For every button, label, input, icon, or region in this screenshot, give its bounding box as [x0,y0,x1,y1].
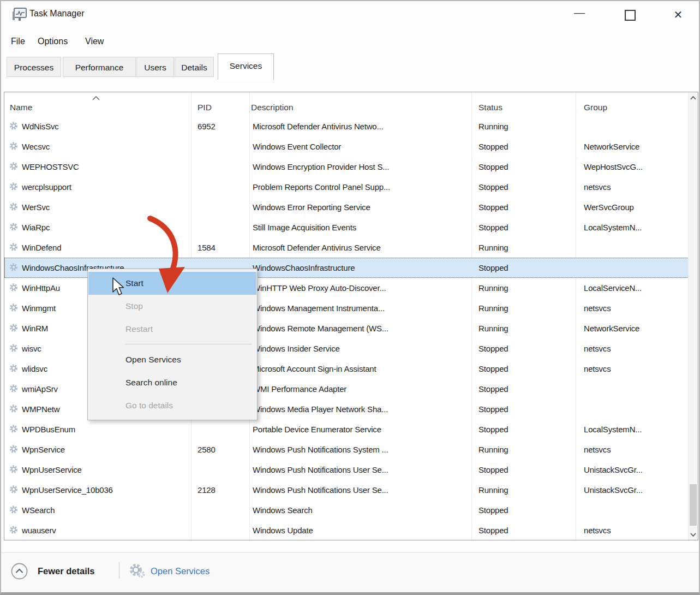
service-pid: 2128 [191,485,249,495]
service-group: UnistackSvcGr... [576,465,689,474]
service-group: WerSvcGroup [576,203,689,212]
open-services-label: Open Services [151,566,210,576]
service-description: Windows Search [249,505,471,515]
service-name: WerSvc [4,203,191,212]
service-row-WEPHOSTSVC[interactable]: WEPHOSTSVCWindows Encryption Provider Ho… [4,157,689,177]
service-status: Stopped [471,344,576,353]
tab-bar: ProcessesPerformanceUsersDetailsServices [1,53,699,81]
service-description: Microsoft Account Sign-in Assistant [249,364,471,373]
service-gear-icon [9,364,19,373]
column-header-group[interactable]: Group [584,99,607,116]
service-description: Still Image Acquisition Events [249,223,471,232]
context-menu-item-search-online[interactable]: Search online [88,371,256,394]
service-gear-icon [9,505,19,515]
context-menu-item-restart: Restart [88,318,256,341]
context-menu-item-stop: Stop [88,295,256,318]
service-row-WpnUserService_10b036[interactable]: WpnUserService_10b0362128Windows Push No… [4,480,689,500]
service-gear-icon [9,223,19,232]
service-gear-icon [9,243,19,252]
service-gear-icon [9,304,19,313]
column-header-description[interactable]: Description [251,99,294,116]
service-group: LocalSystemN... [576,223,689,232]
service-status: Running [471,445,576,454]
service-description: WinHTTP Web Proxy Auto-Discover... [249,283,471,293]
service-row-wercplsupport[interactable]: wercplsupportProblem Reports Control Pan… [4,177,689,197]
vertical-scrollbar[interactable] [688,92,698,540]
service-gear-icon [9,485,19,495]
footer-bar: Fewer details Open Services [1,552,699,592]
service-description: Windows Remote Management (WS... [249,324,471,333]
service-group: netsvcs [576,344,689,353]
open-services-link[interactable]: Open Services [129,563,210,579]
service-status: Running [471,243,576,252]
service-row-WinDefend[interactable]: WinDefend1584Microsoft Defender Antiviru… [4,237,689,258]
service-description: Windows Media Player Network Sha... [249,404,471,414]
service-row-WpnUserService[interactable]: WpnUserServiceWindows Push Notifications… [4,460,689,480]
service-name: wuauserv [4,526,191,535]
scroll-down-icon[interactable] [689,529,698,540]
service-status: Running [471,485,576,495]
service-description: Microsoft Defender Antivirus Service [249,243,471,252]
service-gear-icon [9,162,19,171]
scroll-up-icon[interactable] [689,92,698,103]
title-bar: Task Manager — ✕ [1,1,699,29]
service-status: Running [471,324,576,333]
service-name: WinDefend [4,243,191,252]
minimize-button[interactable]: — [571,4,588,21]
service-group: LocalSystemN... [576,425,689,434]
service-status: Stopped [471,425,576,434]
service-name: WdNisSvc [4,122,191,131]
context-menu-item-start[interactable]: Start [88,272,256,295]
menu-file[interactable]: File [9,33,27,50]
tab-services[interactable]: Services [218,53,274,80]
service-group: LocalServiceN... [576,283,689,293]
service-description: Windows Event Collector [249,142,471,151]
service-name: WpnService [4,445,191,454]
service-gear-icon [9,425,19,434]
service-description: Windows Error Reporting Service [249,203,471,212]
scrollbar-thumb[interactable] [690,484,697,526]
tab-processes[interactable]: Processes [7,57,61,77]
service-status: Stopped [471,182,576,192]
service-gear-icon [9,182,19,192]
menu-options[interactable]: Options [35,33,70,50]
fewer-details-button[interactable]: Fewer details [11,563,95,580]
service-gear-icon [9,465,19,474]
service-name: WpnUserService_10b036 [4,485,191,495]
service-group: netsvcs [576,182,689,192]
service-row-WSearch[interactable]: WSearchWindows SearchStopped [4,500,689,520]
service-group: WepHostSvcG... [576,162,689,171]
close-button[interactable]: ✕ [670,7,686,23]
menu-view[interactable]: View [83,33,106,50]
service-status: Stopped [471,223,576,232]
column-header-name[interactable]: Name [10,99,32,116]
service-row-WPDBusEnum[interactable]: WPDBusEnumPortable Device Enumerator Ser… [4,419,689,439]
service-status: Stopped [471,203,576,212]
service-name: wercplsupport [4,182,191,192]
tab-details[interactable]: Details [175,57,214,77]
maximize-icon [625,10,636,21]
chevron-up-circle-icon [11,563,28,580]
service-row-WdNisSvc[interactable]: WdNisSvc6952Microsoft Defender Antivirus… [4,116,689,136]
service-row-WerSvc[interactable]: WerSvcWindows Error Reporting ServiceSto… [4,197,689,217]
service-description: Windows Push Notifications User Se... [249,465,471,474]
tab-users[interactable]: Users [136,57,174,77]
column-header-status[interactable]: Status [478,99,502,116]
service-row-WpnService[interactable]: WpnService2580Windows Push Notifications… [4,439,689,460]
task-manager-window: Task Manager — ✕ FileOptionsView Process… [0,0,700,595]
service-gear-icon [9,344,19,353]
window-title: Task Manager [29,9,85,19]
service-status: Stopped [471,263,576,272]
context-menu-item-open-services[interactable]: Open Services [88,348,256,371]
service-gear-icon [9,203,19,212]
tab-performance[interactable]: Performance [63,57,136,77]
column-header-pid[interactable]: PID [198,99,212,116]
service-status: Stopped [471,162,576,171]
service-row-Wecsvc[interactable]: WecsvcWindows Event CollectorStoppedNetw… [4,136,689,157]
service-row-wuauserv[interactable]: wuauservWindows UpdateStoppednetsvcs [4,520,689,540]
service-row-WiaRpc[interactable]: WiaRpcStill Image Acquisition EventsStop… [4,217,689,237]
service-name: Wecsvc [4,142,191,151]
service-description: Windows Push Notifications System ... [249,445,471,454]
service-gear-icon [9,142,19,151]
maximize-button[interactable] [622,7,638,23]
